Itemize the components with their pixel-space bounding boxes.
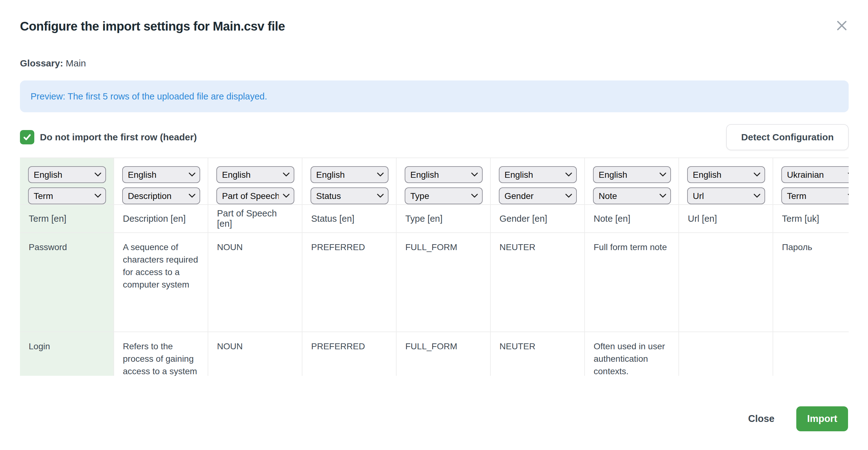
column-6-header-cell: Gender [en] <box>491 205 585 233</box>
controls-row: Do not import the first row (header) Det… <box>20 124 849 150</box>
column-5-row-2-cell: FULL_FORM <box>397 332 491 376</box>
column-9-row-1-cell: Пароль <box>773 233 849 332</box>
column-9-language-select[interactable]: Ukrainian <box>781 166 849 183</box>
column-1-header-cell: Term [en] <box>20 205 114 233</box>
column-5-mapping-cell: English Type <box>397 158 491 205</box>
column-1-mapping-cell: English Term <box>20 158 114 205</box>
column-4-mapping-cell: English Status <box>303 158 397 205</box>
glossary-label: Glossary: <box>20 58 63 68</box>
column-2-field-select[interactable]: Description <box>122 187 200 204</box>
column-5-language-select[interactable]: English <box>405 166 483 183</box>
column-8-row-1-cell <box>679 233 773 332</box>
column-7-language-select[interactable]: English <box>593 166 671 183</box>
preview-info-text: Preview: The first 5 rows of the uploade… <box>31 91 267 102</box>
glossary-line: Glossary: Main <box>20 58 86 69</box>
column-3-mapping-cell: English Part of Speech <box>208 158 303 205</box>
column-2-language-select[interactable]: English <box>122 166 200 183</box>
column-2-row-2-cell: Refers to the process of gaining access … <box>114 332 208 376</box>
modal-footer: Close Import <box>748 406 848 431</box>
import-settings-modal: Configure the import settings for Main.c… <box>0 0 868 450</box>
column-1-row-2-cell: Login <box>20 332 114 376</box>
column-2-row-1-cell: A sequence of characters required for ac… <box>114 233 208 332</box>
column-7-row-2-cell: Often used in user authentication contex… <box>585 332 679 376</box>
column-6-row-2-cell: NEUTER <box>491 332 585 376</box>
column-9-field-select[interactable]: Term <box>781 187 849 204</box>
header-checkbox[interactable] <box>20 130 34 144</box>
column-2-header-cell: Description [en] <box>114 205 208 233</box>
checkmark-icon <box>23 132 32 142</box>
column-7-field-select[interactable]: Note <box>593 187 671 204</box>
column-3-header-cell: Part of Speech [en] <box>208 205 303 233</box>
import-button[interactable]: Import <box>796 406 848 431</box>
preview-info-banner: Preview: The first 5 rows of the uploade… <box>20 81 849 112</box>
column-8-language-select[interactable]: English <box>687 166 765 183</box>
column-6-row-1-cell: NEUTER <box>491 233 585 332</box>
column-4-field-select[interactable]: Status <box>311 187 389 204</box>
column-3-row-2-cell: NOUN <box>208 332 303 376</box>
column-4-language-select[interactable]: English <box>311 166 389 183</box>
detect-configuration-button[interactable]: Detect Configuration <box>726 124 849 150</box>
column-7-header-cell: Note [en] <box>585 205 679 233</box>
column-6-field-select[interactable]: Gender <box>499 187 577 204</box>
column-8-header-cell: Url [en] <box>679 205 773 233</box>
column-5-header-cell: Type [en] <box>397 205 491 233</box>
column-8-field-select[interactable]: Url <box>687 187 765 204</box>
header-checkbox-label: Do not import the first row (header) <box>40 132 197 143</box>
column-9-mapping-cell: Ukrainian Term <box>773 158 849 205</box>
column-6-language-select[interactable]: English <box>499 166 577 183</box>
column-9-row-2-cell <box>773 332 849 376</box>
column-4-row-2-cell: PREFERRED <box>303 332 397 376</box>
glossary-value: Main <box>66 58 86 68</box>
column-5-field-select[interactable]: Type <box>405 187 483 204</box>
column-9-header-cell: Term [uk] <box>773 205 849 233</box>
column-1-row-1-cell: Password <box>20 233 114 332</box>
close-button[interactable]: Close <box>748 413 774 424</box>
modal-title: Configure the import settings for Main.c… <box>20 19 285 33</box>
column-3-language-select[interactable]: English <box>216 166 294 183</box>
column-3-field-select[interactable]: Part of Speech <box>216 187 294 204</box>
column-7-row-1-cell: Full form term note <box>585 233 679 332</box>
column-4-header-cell: Status [en] <box>303 205 397 233</box>
column-7-mapping-cell: English Note <box>585 158 679 205</box>
column-3-row-1-cell: NOUN <box>208 233 303 332</box>
column-1-field-select[interactable]: Term <box>28 187 106 204</box>
column-4-row-1-cell: PREFERRED <box>303 233 397 332</box>
column-8-mapping-cell: English Url <box>679 158 773 205</box>
close-icon[interactable] <box>835 19 849 32</box>
column-1-language-select[interactable]: English <box>28 166 106 183</box>
header-checkbox-group[interactable]: Do not import the first row (header) <box>20 130 197 144</box>
preview-table: English Term English Description <box>20 158 849 376</box>
column-6-mapping-cell: English Gender <box>491 158 585 205</box>
column-8-row-2-cell <box>679 332 773 376</box>
column-2-mapping-cell: English Description <box>114 158 208 205</box>
column-5-row-1-cell: FULL_FORM <box>397 233 491 332</box>
preview-table-container[interactable]: English Term English Description <box>20 157 849 376</box>
